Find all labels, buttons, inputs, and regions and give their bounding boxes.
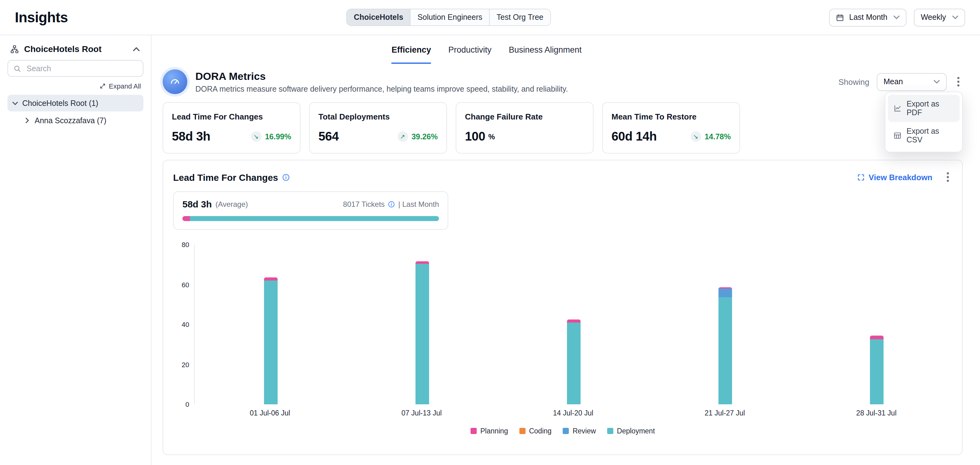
kebab-menu-icon — [957, 77, 959, 87]
info-icon[interactable] — [388, 200, 395, 208]
legend-swatch — [607, 428, 613, 434]
stacked-bar[interactable] — [264, 277, 277, 404]
search-input[interactable] — [25, 64, 137, 74]
export-csv-item[interactable]: Export as CSV — [888, 122, 959, 149]
tab-efficiency[interactable]: Efficiency — [392, 35, 431, 64]
top-bar-controls: Last Month Weekly — [829, 8, 965, 26]
main-content: Efficiency Productivity Business Alignme… — [152, 35, 980, 465]
metric-cards: Lead Time For Changes 58d 3h ↘ 16.99% To… — [162, 102, 963, 153]
export-menu: Export as PDF Export as CSV — [885, 92, 963, 152]
metric-card-mean-time-to-restore[interactable]: Mean Time To Restore 60d 14h ↘ 14.78% — [602, 102, 740, 153]
x-axis-label: 01 Jul-06 Jul — [194, 409, 346, 417]
view-breakdown-label: View Breakdown — [869, 173, 932, 182]
metric-title: Mean Time To Restore — [611, 112, 731, 121]
tree-item-anna-scozzafava[interactable]: Anna Scozzafava (7) — [8, 112, 143, 129]
delta-value: 39.26% — [412, 132, 438, 141]
metric-value: 100 — [465, 129, 485, 144]
y-tick-label: 80 — [182, 240, 189, 249]
y-tick-label: 0 — [186, 400, 189, 409]
top-bar: Insights ChoiceHotels Solution Engineers… — [0, 0, 980, 35]
bar-segment-planning — [870, 336, 883, 340]
page-title: Insights — [15, 9, 68, 26]
metric-title: Change Failure Rate — [465, 112, 584, 121]
chevron-down-icon — [893, 16, 900, 19]
panel-title: Lead Time For Changes — [173, 172, 278, 182]
date-range-select[interactable]: Last Month — [829, 8, 907, 26]
metric-card-lead-time[interactable]: Lead Time For Changes 58d 3h ↘ 16.99% — [162, 102, 301, 153]
legend-item-coding[interactable]: Coding — [519, 427, 552, 435]
stacked-bar[interactable] — [870, 336, 883, 404]
stacked-bar[interactable] — [567, 320, 580, 404]
kebab-menu-icon — [947, 172, 949, 182]
export-pdf-label: Export as PDF — [907, 100, 954, 117]
stacked-bar[interactable] — [718, 288, 732, 404]
metric-value: 564 — [318, 129, 339, 144]
chart-line-icon — [893, 104, 902, 113]
period-label: | Last Month — [398, 200, 439, 208]
org-tab-choicehotels[interactable]: ChoiceHotels — [347, 9, 410, 26]
info-icon[interactable] — [282, 173, 290, 181]
legend-item-deployment[interactable]: Deployment — [607, 427, 655, 435]
bar-slot — [498, 244, 649, 404]
y-tick-label: 40 — [182, 320, 189, 329]
bar-slot — [195, 244, 346, 404]
dora-gauge-icon — [162, 69, 187, 94]
legend-label: Planning — [480, 427, 508, 435]
tickets-count: 8017 Tickets — [343, 200, 385, 208]
legend-label: Coding — [529, 427, 552, 435]
tree-item-label: ChoiceHotels Root (1) — [22, 99, 98, 107]
export-pdf-item[interactable]: Export as PDF — [888, 95, 959, 122]
tab-business-alignment[interactable]: Business Alignment — [509, 35, 582, 64]
y-tick-label: 20 — [182, 360, 189, 369]
insights-app: Insights ChoiceHotels Solution Engineers… — [0, 0, 980, 465]
x-axis-label: 21 Jul-27 Jul — [649, 409, 800, 417]
chevron-down-icon — [934, 80, 940, 83]
bar-segment-deployment — [415, 264, 429, 404]
bar-plot — [194, 244, 952, 404]
progress-segment-planning — [182, 216, 190, 221]
metric-delta: ↗ 39.26% — [397, 131, 438, 142]
tree-item-label: Anna Scozzafava (7) — [35, 116, 107, 125]
panel-kebab-button[interactable] — [943, 170, 952, 184]
bar-segment-deployment — [264, 281, 277, 404]
sidebar-collapse-button[interactable] — [132, 45, 141, 52]
lead-time-panel: Lead Time For Changes View Breakdown 58d… — [162, 160, 963, 455]
org-switcher: ChoiceHotels Solution Engineers Test Org… — [347, 9, 551, 26]
org-tree: ChoiceHotels Root (1) Anna Scozzafava (7… — [8, 95, 143, 129]
stacked-bar[interactable] — [415, 262, 429, 404]
chevron-down-icon — [952, 16, 958, 19]
tab-productivity[interactable]: Productivity — [448, 35, 492, 64]
export-menu-button[interactable] — [954, 75, 963, 88]
trend-down-icon: ↘ — [690, 131, 701, 142]
aggregation-value: Mean — [883, 77, 903, 86]
legend-label: Deployment — [617, 427, 655, 435]
average-suffix: (Average) — [215, 200, 248, 208]
expand-all-button[interactable]: Expand All — [10, 82, 141, 90]
delta-value: 16.99% — [265, 132, 291, 141]
org-tab-solution-engineers[interactable]: Solution Engineers — [410, 9, 489, 26]
legend-item-review[interactable]: Review — [563, 427, 596, 435]
bar-slot — [346, 244, 498, 404]
tree-item-choicehotels-root[interactable]: ChoiceHotels Root (1) — [8, 95, 143, 112]
bar-slot — [649, 244, 801, 404]
metric-card-change-failure-rate[interactable]: Change Failure Rate 100 % — [456, 102, 593, 153]
trend-up-icon: ↗ — [397, 131, 408, 142]
y-tick-label: 60 — [182, 280, 189, 289]
org-tree-sidebar: ChoiceHotels Root Expand All ChoiceHotel… — [0, 35, 151, 465]
chart-legend: PlanningCodingReviewDeployment — [173, 427, 952, 435]
dora-title: DORA Metrics — [196, 70, 830, 83]
metric-card-total-deployments[interactable]: Total Deployments 564 ↗ 39.26% — [309, 102, 447, 153]
bar-segment-deployment — [567, 323, 580, 404]
metric-value: 58d 3h — [172, 129, 210, 144]
x-axis-label: 14 Jul-20 Jul — [498, 409, 649, 417]
bar-segment-deployment — [718, 297, 732, 404]
legend-item-planning[interactable]: Planning — [471, 427, 508, 435]
view-breakdown-button[interactable]: View Breakdown — [853, 172, 936, 182]
bar-segment-deployment — [870, 339, 883, 404]
granularity-select[interactable]: Weekly — [914, 8, 965, 26]
org-tab-test-org-tree[interactable]: Test Org Tree — [489, 9, 550, 26]
aggregation-select[interactable]: Mean — [877, 73, 947, 91]
progress-segment-deployment — [190, 216, 439, 221]
lead-time-chart: 020406080 — [173, 244, 952, 404]
trend-down-icon: ↘ — [251, 131, 261, 142]
